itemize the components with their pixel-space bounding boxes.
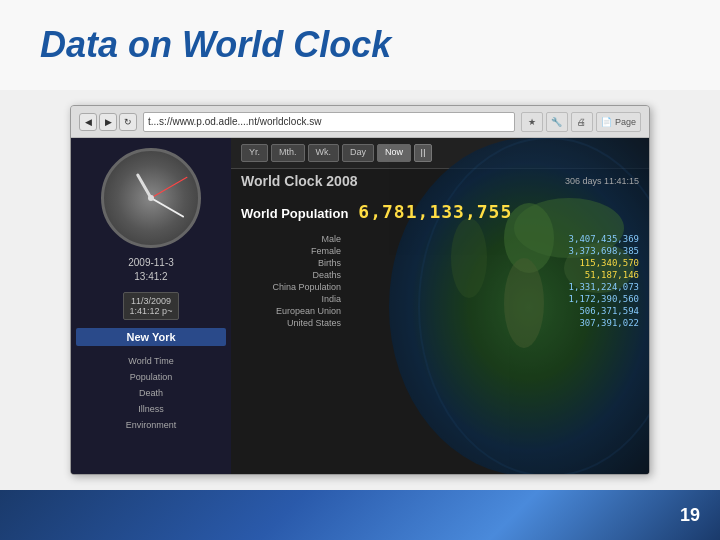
clock-center	[148, 195, 154, 201]
clock-app-title: World Clock 2008	[241, 173, 565, 189]
digital-time-box: 11/3/2009 1:41:12 p~	[123, 292, 180, 320]
value-births: 115,340,570	[539, 258, 639, 268]
label-eu: European Union	[241, 306, 341, 316]
favorites-button[interactable]: ★	[521, 112, 543, 132]
location-label: New York	[76, 328, 226, 346]
table-row: Female 3,373,698,385	[241, 245, 639, 257]
browser-right-buttons: ★ 🔧 🖨 📄 Page	[521, 112, 641, 132]
tools-button[interactable]: 🔧	[546, 112, 568, 132]
value-eu: 506,371,594	[539, 306, 639, 316]
label-united-states: United States	[241, 318, 341, 328]
table-row: United States 307,391,022	[241, 317, 639, 329]
value-india: 1,172,390,560	[539, 294, 639, 304]
page-title: Data on World Clock	[40, 24, 391, 66]
menu-world-time[interactable]: World Time	[76, 354, 226, 368]
label-china: China Population	[241, 282, 341, 292]
clock-sidebar: 2009-11-3 13:41:2 11/3/2009 1:41:12 p~ N…	[71, 138, 231, 475]
address-bar[interactable]: t...s://www.p.od.adle....nt/worldclock.s…	[143, 112, 515, 132]
nav-buttons: ◀ ▶ ↻	[79, 113, 137, 131]
menu-environment[interactable]: Environment	[76, 418, 226, 432]
main-content: ◀ ▶ ↻ t...s://www.p.od.adle....nt/worldc…	[0, 90, 720, 490]
app-title-row: World Clock 2008 306 days 11:41:15	[231, 169, 649, 193]
tab-wk[interactable]: Wk.	[308, 144, 340, 162]
table-row: India 1,172,390,560	[241, 293, 639, 305]
tab-buttons: Yr. Mth. Wk. Day Now II	[241, 144, 432, 162]
date-line1: 2009-11-3	[128, 256, 174, 270]
table-row: Births 115,340,570	[241, 257, 639, 269]
date-line2: 13:41:2	[128, 270, 174, 284]
value-female: 3,373,698,385	[539, 246, 639, 256]
tab-mth[interactable]: Mth.	[271, 144, 305, 162]
tab-now[interactable]: Now	[377, 144, 411, 162]
pop-header: World Population 6,781,133,755	[241, 201, 639, 225]
value-deaths: 51,187,146	[539, 270, 639, 280]
back-button[interactable]: ◀	[79, 113, 97, 131]
value-male: 3,407,435,369	[539, 234, 639, 244]
label-deaths: Deaths	[241, 270, 341, 280]
table-row: Male 3,407,435,369	[241, 233, 639, 245]
label-male: Male	[241, 234, 341, 244]
label-female: Female	[241, 246, 341, 256]
digital-date: 2009-11-3 13:41:2	[128, 256, 174, 284]
minute-hand	[151, 197, 185, 218]
browser-toolbar: ◀ ▶ ↻ t...s://www.p.od.adle....nt/worldc…	[71, 106, 649, 138]
clock-main: Yr. Mth. Wk. Day Now II World Clock 2008…	[231, 138, 649, 475]
menu-illness[interactable]: Illness	[76, 402, 226, 416]
label-births: Births	[241, 258, 341, 268]
menu-death[interactable]: Death	[76, 386, 226, 400]
time-line1: 11/3/2009	[130, 296, 173, 306]
page-button[interactable]: 📄 Page	[596, 112, 641, 132]
slide-header: Data on World Clock	[0, 0, 720, 90]
population-data: World Population 6,781,133,755 Male 3,40…	[231, 193, 649, 337]
print-button[interactable]: 🖨	[571, 112, 593, 132]
population-total: 6,781,133,755	[358, 201, 512, 222]
data-table: Male 3,407,435,369 Female 3,373,698,385 …	[241, 233, 639, 329]
page-icon: 📄	[601, 117, 612, 127]
forward-button[interactable]: ▶	[99, 113, 117, 131]
time-line2: 1:41:12 p~	[130, 306, 173, 316]
table-row: European Union 506,371,594	[241, 305, 639, 317]
value-china: 1,331,224,073	[539, 282, 639, 292]
analog-clock	[101, 148, 201, 248]
clock-elapsed: 306 days 11:41:15	[565, 176, 639, 186]
address-text: t...s://www.p.od.adle....nt/worldclock.s…	[148, 116, 321, 127]
worldclock-app: 2009-11-3 13:41:2 11/3/2009 1:41:12 p~ N…	[71, 138, 649, 475]
tab-day[interactable]: Day	[342, 144, 374, 162]
refresh-button[interactable]: ↻	[119, 113, 137, 131]
page-number: 19	[680, 505, 700, 526]
sidebar-menu: World Time Population Death Illness Envi…	[76, 354, 226, 432]
tab-yr[interactable]: Yr.	[241, 144, 268, 162]
bottom-bar: 19	[0, 490, 720, 540]
value-united-states: 307,391,022	[539, 318, 639, 328]
population-title: World Population	[241, 206, 348, 221]
menu-population[interactable]: Population	[76, 370, 226, 384]
second-hand	[151, 177, 188, 199]
table-row: Deaths 51,187,146	[241, 269, 639, 281]
page-label: Page	[615, 117, 636, 127]
label-india: India	[241, 294, 341, 304]
table-row: China Population 1,331,224,073	[241, 281, 639, 293]
browser-window: ◀ ▶ ↻ t...s://www.p.od.adle....nt/worldc…	[70, 105, 650, 475]
